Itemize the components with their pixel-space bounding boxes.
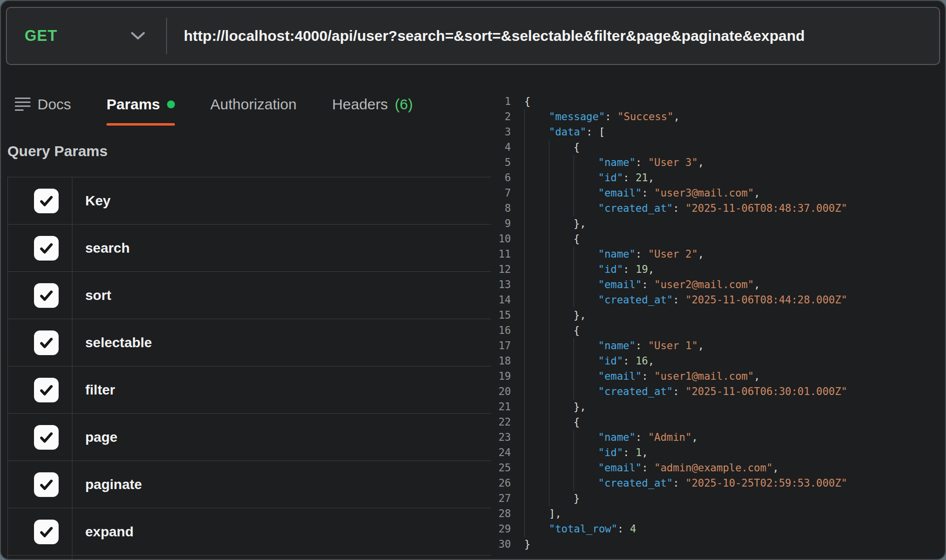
param-row: filter xyxy=(8,366,491,414)
url-input[interactable] xyxy=(184,8,939,64)
indent-guide xyxy=(574,277,598,293)
indent-guide xyxy=(574,369,598,384)
indent-guide xyxy=(549,445,574,461)
code-line: 29"total_row": 4 xyxy=(474,522,945,537)
code-line: 14"created_at": "2025-11-06T08:44:28.000… xyxy=(474,293,945,308)
line-number: 26 xyxy=(474,476,524,491)
code-line: 4{ xyxy=(474,140,945,155)
line-number: 18 xyxy=(474,354,524,369)
tab-authorization-label: Authorization xyxy=(210,96,297,113)
tab-headers[interactable]: Headers (6) xyxy=(332,83,413,126)
line-number: 11 xyxy=(474,247,524,262)
param-checkbox[interactable] xyxy=(34,425,59,450)
indent-guide xyxy=(524,323,549,338)
code-line: 27} xyxy=(474,491,945,506)
param-key-label: filter xyxy=(85,382,115,398)
indent-guide xyxy=(574,201,598,216)
app-window: GET Docs Params Authorization Headers (6… xyxy=(0,0,946,560)
code-line: 25"email": "admin@example.com", xyxy=(474,461,945,476)
param-row: search xyxy=(8,225,491,272)
indent-guide xyxy=(574,186,598,201)
indent-guide xyxy=(549,155,574,170)
line-number: 16 xyxy=(474,323,524,338)
indent-guide xyxy=(574,461,598,476)
checkbox-cell xyxy=(8,272,72,319)
indent-guide xyxy=(574,155,598,170)
param-checkbox[interactable] xyxy=(34,189,59,213)
tab-docs-label: Docs xyxy=(37,96,71,113)
checkbox-cell xyxy=(8,414,72,461)
docs-lines-icon xyxy=(15,98,31,111)
param-checkbox[interactable] xyxy=(34,330,59,355)
indent-guide xyxy=(524,277,549,293)
line-number: 4 xyxy=(474,140,524,155)
indent-guide xyxy=(574,293,598,308)
line-number: 2 xyxy=(474,109,524,125)
param-row-empty xyxy=(8,556,491,560)
checkmark-icon xyxy=(37,287,55,304)
checkbox-cell xyxy=(8,461,72,508)
chevron-down-icon xyxy=(131,32,145,40)
method-dropdown[interactable]: GET xyxy=(7,8,166,64)
code-line: 19"email": "user1@mail.com", xyxy=(474,369,945,384)
code-line: 12"id": 19, xyxy=(474,262,945,277)
indent-guide xyxy=(574,445,598,461)
checkmark-icon xyxy=(37,476,55,494)
line-number: 20 xyxy=(474,384,524,399)
param-key-label: sort xyxy=(85,288,111,303)
param-checkbox[interactable] xyxy=(34,283,59,308)
param-checkbox[interactable] xyxy=(34,378,59,402)
indent-guide xyxy=(524,415,549,430)
indent-guide xyxy=(524,399,549,415)
param-row: sort xyxy=(8,272,491,319)
indent-guide xyxy=(524,430,549,445)
code-line: 15}, xyxy=(474,308,945,323)
code-line: 16{ xyxy=(474,323,945,338)
line-number: 1 xyxy=(474,94,524,109)
indent-guide xyxy=(549,140,574,155)
checkbox-cell xyxy=(8,556,72,560)
param-row: Key xyxy=(8,177,491,225)
request-bar: GET xyxy=(6,7,940,65)
param-key-label: paginate xyxy=(85,477,142,493)
indent-guide xyxy=(524,216,549,231)
code-line: 2"message": "Success", xyxy=(474,109,945,125)
indent-guide xyxy=(524,445,549,461)
checkbox-cell xyxy=(8,319,72,366)
indent-guide xyxy=(574,430,598,445)
indent-guide xyxy=(524,125,549,140)
indent-guide xyxy=(549,399,574,415)
param-checkbox[interactable] xyxy=(34,236,59,261)
indent-guide xyxy=(524,109,549,125)
param-row: selectable xyxy=(8,319,491,366)
tab-docs[interactable]: Docs xyxy=(15,83,71,126)
line-number: 13 xyxy=(474,277,524,293)
param-row: page xyxy=(8,414,491,461)
code-line: 24"id": 1, xyxy=(474,445,945,461)
line-number: 14 xyxy=(474,293,524,308)
code-line: 1{ xyxy=(474,94,945,109)
code-line: 26"created_at": "2025-10-25T02:59:53.000… xyxy=(474,476,945,491)
param-checkbox[interactable] xyxy=(34,472,59,497)
indent-guide xyxy=(524,140,549,155)
code-line: 21}, xyxy=(474,399,945,415)
checkbox-cell xyxy=(8,225,72,271)
line-number: 23 xyxy=(474,430,524,445)
code-line: 28], xyxy=(474,506,945,522)
response-body[interactable]: 1{2"message": "Success",3"data": [4{5"na… xyxy=(474,94,945,559)
indent-guide xyxy=(549,231,574,247)
indent-guide xyxy=(524,369,549,384)
param-key-label: Key xyxy=(85,193,110,209)
tab-headers-label: Headers xyxy=(332,96,388,113)
indent-guide xyxy=(574,354,598,369)
indent-guide xyxy=(524,231,549,247)
query-params-table: Keysearchsortselectablefilterpagepaginat… xyxy=(7,177,491,560)
code-line: 20"created_at": "2025-11-06T06:30:01.000… xyxy=(474,384,945,399)
indent-guide xyxy=(549,323,574,338)
headers-count-badge: (6) xyxy=(395,96,413,113)
indent-guide xyxy=(549,491,574,506)
tab-authorization[interactable]: Authorization xyxy=(210,83,297,126)
param-checkbox[interactable] xyxy=(34,520,59,544)
indent-guide xyxy=(549,293,574,308)
tab-params[interactable]: Params xyxy=(106,83,174,126)
